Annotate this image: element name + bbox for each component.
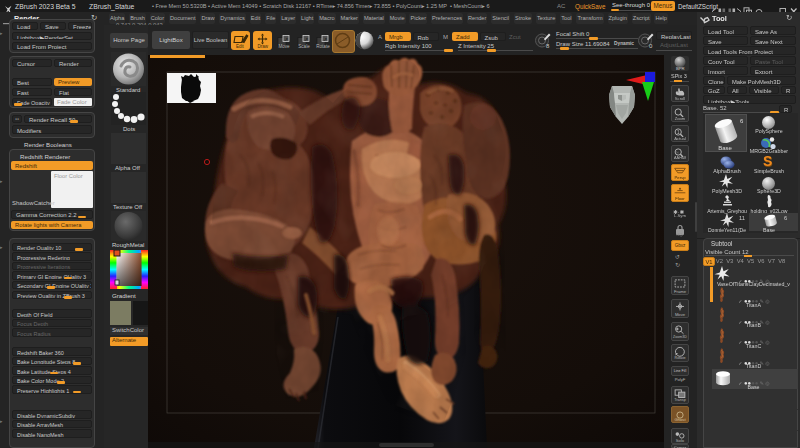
svg-text:↗: ↗ [285,37,289,42]
svg-text:0: 0 [649,43,653,49]
svg-text:↗: ↗ [324,37,328,42]
svg-text:BPR: BPR [676,66,685,71]
svg-text:Edit: Edit [236,44,245,49]
svg-text:6: 6 [740,118,744,124]
svg-text:½: ½ [676,151,679,155]
svg-text:1: 1 [677,130,680,135]
svg-text:8: 8 [546,43,550,49]
svg-text:↗: ↗ [305,37,309,42]
svg-text:Draw: Draw [257,44,268,49]
